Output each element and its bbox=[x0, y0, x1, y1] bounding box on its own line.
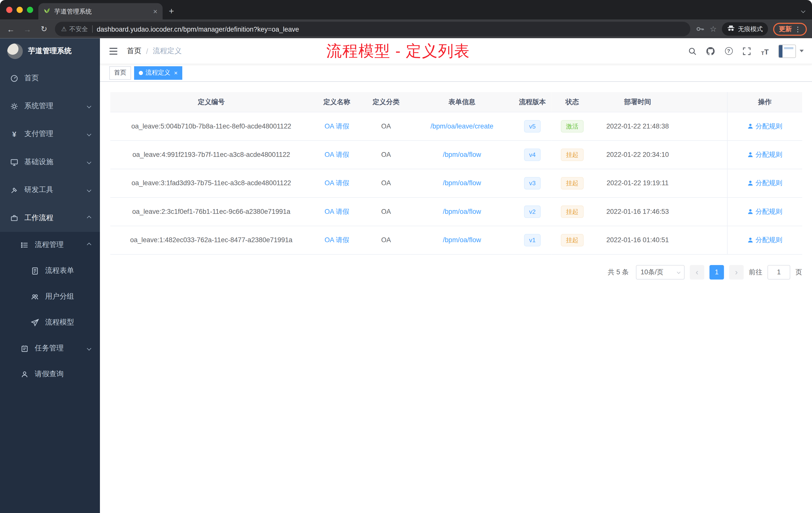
sidebar-item-home[interactable]: 首页 bbox=[0, 64, 100, 92]
sidebar-collapse-icon[interactable] bbox=[108, 46, 118, 56]
search-icon[interactable] bbox=[688, 47, 697, 56]
assign-rule-link[interactable]: 分配规则 bbox=[747, 207, 782, 216]
url-text[interactable]: dashboard.yudao.iocoder.cn/bpm/manager/d… bbox=[97, 25, 684, 33]
sidebar-item-process-form[interactable]: 流程表单 bbox=[0, 258, 100, 283]
user-icon bbox=[21, 370, 29, 378]
browser-menu-icon[interactable]: ⋮ bbox=[794, 25, 801, 33]
tab-close-icon[interactable]: × bbox=[153, 7, 157, 16]
assign-rule-link[interactable]: 分配规则 bbox=[747, 178, 782, 188]
yen-icon: ¥ bbox=[10, 130, 18, 138]
bookmark-star-icon[interactable]: ☆ bbox=[710, 24, 717, 34]
form-link[interactable]: /bpm/oa/leave/create bbox=[431, 122, 493, 130]
page-size-select[interactable]: 10条/页 bbox=[636, 265, 685, 279]
form-link[interactable]: /bpm/oa/flow bbox=[443, 151, 481, 158]
table-row: oa_leave:1:482ec033-762a-11ec-8477-a2380… bbox=[110, 225, 802, 254]
forward-icon[interactable]: → bbox=[22, 25, 33, 33]
prev-page-button[interactable]: ‹ bbox=[690, 265, 704, 279]
sidebar-item-workflow[interactable]: 工作流程 bbox=[0, 204, 100, 232]
definition-name-link[interactable]: OA 请假 bbox=[324, 122, 349, 130]
chevron-up-icon bbox=[87, 216, 91, 220]
sidebar-item-task-management[interactable]: 任务管理 bbox=[0, 336, 100, 361]
tab-search-icon[interactable] bbox=[802, 5, 805, 14]
breadcrumb-current: 流程定义 bbox=[153, 47, 182, 56]
column-header-id: 定义编号 bbox=[110, 92, 312, 112]
address-bar[interactable]: ⚠ 不安全 dashboard.yudao.iocoder.cn/bpm/man… bbox=[55, 22, 690, 36]
chevron-down-icon bbox=[87, 132, 91, 136]
definition-name-link[interactable]: OA 请假 bbox=[324, 207, 349, 215]
next-page-button[interactable]: › bbox=[729, 265, 744, 279]
table-header-row: 定义编号 定义名称 定义分类 表单信息 流程版本 状态 部署时间 操作 bbox=[110, 92, 802, 112]
assign-rule-link[interactable]: 分配规则 bbox=[747, 121, 782, 131]
breadcrumb: 首页 / 流程定义 bbox=[127, 47, 181, 56]
chevron-down-icon bbox=[87, 346, 91, 351]
sidebar-item-label: 请假查询 bbox=[35, 370, 64, 379]
github-icon[interactable] bbox=[706, 47, 715, 56]
chevron-down-icon bbox=[87, 160, 91, 164]
goto-page-input[interactable] bbox=[767, 265, 790, 279]
status-tag: 激活 bbox=[561, 120, 584, 132]
cell-definition-id: oa_leave:4:991f2193-7b7f-11ec-a3c8-acde4… bbox=[110, 140, 312, 169]
assign-rule-label: 分配规则 bbox=[755, 235, 782, 244]
active-dot bbox=[139, 71, 143, 75]
users-icon bbox=[31, 293, 39, 300]
cell-category: OA bbox=[361, 112, 411, 140]
page-number-button[interactable]: 1 bbox=[709, 265, 724, 279]
form-link[interactable]: /bpm/oa/flow bbox=[443, 208, 481, 215]
column-header-name: 定义名称 bbox=[312, 92, 361, 112]
reload-icon[interactable]: ↻ bbox=[38, 24, 50, 34]
browser-toolbar: ← → ↻ ⚠ 不安全 dashboard.yudao.iocoder.cn/b… bbox=[0, 20, 812, 38]
page-content: 定义编号 定义名称 定义分类 表单信息 流程版本 状态 部署时间 操作 oa_l bbox=[100, 82, 812, 513]
fullscreen-icon[interactable] bbox=[742, 47, 752, 56]
sidebar-item-devtools[interactable]: 研发工具 bbox=[0, 176, 100, 204]
browser-window: 芋道管理系统 × + ← → ↻ ⚠ 不安全 dashboard.yudao.i… bbox=[0, 0, 812, 513]
assign-rule-link[interactable]: 分配规则 bbox=[747, 150, 782, 159]
help-icon[interactable]: ? bbox=[724, 47, 733, 56]
tag-label: 首页 bbox=[114, 68, 126, 77]
update-browser-button[interactable]: 更新 ⋮ bbox=[773, 23, 807, 36]
assign-rule-link[interactable]: 分配规则 bbox=[747, 235, 782, 244]
tag-home[interactable]: 首页 bbox=[109, 66, 131, 80]
font-size-icon[interactable]: TT bbox=[760, 47, 770, 56]
sidebar-logo[interactable]: 芋道管理系统 bbox=[0, 38, 100, 64]
browser-tab[interactable]: 芋道管理系统 × bbox=[38, 3, 163, 20]
definition-name-link[interactable]: OA 请假 bbox=[324, 179, 349, 187]
cell-category: OA bbox=[361, 225, 411, 254]
security-label: 不安全 bbox=[69, 25, 88, 33]
question-glyph: ? bbox=[725, 47, 732, 55]
tag-close-icon[interactable]: × bbox=[174, 69, 177, 76]
logo-avatar bbox=[7, 43, 23, 59]
definition-name-link[interactable]: OA 请假 bbox=[324, 150, 349, 158]
definition-name-link[interactable]: OA 请假 bbox=[324, 236, 349, 243]
column-header-version: 流程版本 bbox=[513, 92, 552, 112]
version-tag: v1 bbox=[524, 234, 541, 246]
sidebar-item-infrastructure[interactable]: 基础设施 bbox=[0, 148, 100, 176]
chevron-down-icon bbox=[677, 270, 681, 274]
password-key-icon[interactable] bbox=[695, 24, 704, 34]
avatar bbox=[778, 44, 796, 58]
cell-definition-id: oa_leave:5:004b710b-7b8a-11ec-8ef0-acde4… bbox=[110, 112, 312, 140]
cell-deploy-time: 2022-01-22 21:48:38 bbox=[593, 112, 727, 140]
navbar-tools: ? TT bbox=[688, 44, 804, 58]
zoom-window-button[interactable] bbox=[27, 7, 33, 13]
security-indicator[interactable]: ⚠ 不安全 bbox=[61, 25, 88, 33]
user-avatar-menu[interactable] bbox=[778, 44, 804, 58]
sidebar-item-process-management[interactable]: 流程管理 bbox=[0, 232, 100, 258]
sidebar-item-user-group[interactable]: 用户分组 bbox=[0, 283, 100, 309]
sidebar-item-system[interactable]: 系统管理 bbox=[0, 92, 100, 120]
tag-process-definition[interactable]: 流程定义 × bbox=[134, 66, 182, 80]
form-link[interactable]: /bpm/oa/flow bbox=[443, 179, 481, 187]
sidebar-item-process-model[interactable]: 流程模型 bbox=[0, 309, 100, 335]
close-window-button[interactable] bbox=[6, 7, 12, 13]
form-link[interactable]: /bpm/oa/flow bbox=[443, 236, 481, 244]
cell-category: OA bbox=[361, 169, 411, 197]
sidebar-item-payment[interactable]: ¥ 支付管理 bbox=[0, 120, 100, 148]
version-tag: v4 bbox=[524, 148, 541, 161]
sidebar-item-leave-query[interactable]: 请假查询 bbox=[0, 361, 100, 387]
version-tag: v3 bbox=[524, 177, 541, 189]
breadcrumb-home[interactable]: 首页 bbox=[127, 47, 141, 56]
back-icon[interactable]: ← bbox=[5, 25, 17, 33]
main-area: 首页 / 流程定义 流程模型 - 定义列表 ? bbox=[100, 38, 812, 513]
new-tab-button[interactable]: + bbox=[169, 6, 174, 17]
sidebar-item-label: 支付管理 bbox=[24, 129, 54, 139]
minimize-window-button[interactable] bbox=[17, 7, 23, 13]
